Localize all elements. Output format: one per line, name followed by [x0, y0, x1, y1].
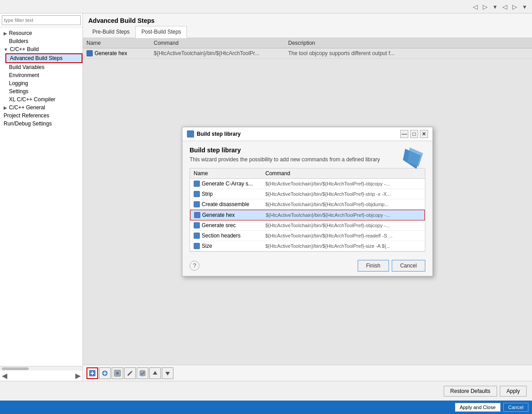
sidebar-tree: ▶ Resource Builders ▼ C/C++ Build Advanc…	[0, 27, 82, 366]
add-library-icon	[89, 370, 96, 377]
arrow-icon: ▼	[4, 47, 8, 52]
modal-table-row[interactable]: Generate hex ${HtcActiveToolchain}/bin/$…	[190, 210, 425, 220]
sidebar-item-cpp-general[interactable]: ▶ C/C++ General	[0, 104, 82, 112]
sidebar-nav-arrows: ◀ ▶	[0, 371, 82, 381]
modal-close-button[interactable]: ✕	[420, 130, 428, 138]
page-title: Advanced Build Steps	[88, 17, 527, 24]
tab-post-build-steps[interactable]: Post-Build Steps	[135, 26, 187, 38]
sidebar-item-advanced-build-steps[interactable]: Advanced Build Steps	[5, 53, 82, 63]
modal-maximize-button[interactable]: □	[410, 130, 418, 138]
sidebar-item-build-variables[interactable]: Build Variables	[5, 63, 82, 71]
sidebar-item-resource[interactable]: ▶ Resource	[0, 29, 82, 37]
sidebar-item-label: Environment	[9, 72, 39, 78]
footer: Restore Defaults Apply	[0, 381, 532, 401]
modal-table-row[interactable]: Section headers ${HtcActiveToolchain}/bi…	[190, 231, 425, 241]
sidebar-item-label: Settings	[9, 88, 28, 95]
cancel-button[interactable]: Cancel	[392, 260, 425, 272]
modal-help-button[interactable]: ?	[190, 261, 199, 271]
sidebar-item-label: Logging	[9, 80, 28, 86]
status-cancel-button[interactable]: Cancel	[503, 403, 528, 412]
modal-table-row[interactable]: Size ${HtcActiveToolchain}/bin/${HtcArch…	[190, 241, 425, 251]
add-custom-button[interactable]	[99, 367, 111, 379]
move-down-icon	[164, 370, 171, 377]
modal-table-row[interactable]: Generate C-Array s... ${HtcActiveToolcha…	[190, 179, 425, 189]
filter-input[interactable]	[2, 15, 81, 25]
modal-col-header-name: Name	[194, 170, 265, 177]
back-icon2[interactable]: ◁	[501, 3, 509, 11]
arrow-icon: ▶	[4, 105, 7, 110]
tabs-bar: Pre-Build Steps Post-Build Steps	[83, 26, 532, 38]
modal-overlay: Build step library — □ ✕ Build step libr…	[83, 38, 532, 365]
content-area: Advanced Build Steps Pre-Build Steps Pos…	[83, 13, 532, 381]
move-up-icon	[151, 370, 159, 377]
modal-table-row[interactable]: Create disassemble ${HtcActiveToolchain}…	[190, 199, 425, 210]
enable-button[interactable]	[137, 367, 148, 379]
sidebar-item-logging[interactable]: Logging	[5, 79, 82, 87]
sidebar-scrollbar[interactable]	[0, 366, 82, 371]
back-icon[interactable]: ◁	[471, 3, 479, 11]
sidebar-item-project-references[interactable]: Project References	[0, 112, 82, 120]
nav-left-icon[interactable]: ◀	[2, 371, 7, 380]
modal-titlebar-controls: — □ ✕	[400, 130, 428, 138]
toolbar-icons: ◁ ▷ ▾ ◁ ▷ ▾	[471, 3, 528, 11]
modal-title: Build step library	[190, 147, 394, 154]
svg-rect-4	[92, 371, 93, 375]
tab-pre-build-steps[interactable]: Pre-Build Steps	[87, 26, 135, 38]
arrow-icon: ▶	[4, 31, 7, 36]
modal-col-header-command: Command	[265, 170, 421, 177]
edit-icon	[114, 370, 121, 377]
apply-button[interactable]: Apply	[500, 386, 527, 397]
svg-rect-10	[140, 371, 145, 376]
move-down-button[interactable]	[162, 367, 173, 379]
row-icon	[194, 191, 200, 197]
pencil-icon	[126, 370, 134, 377]
modal-table-row[interactable]: Strip ${HtcActiveToolchain}/bin/${HtcArc…	[190, 189, 425, 199]
dropdown-icon[interactable]: ▾	[491, 3, 499, 11]
row-name-label: Size	[202, 243, 212, 249]
edit-button[interactable]	[112, 367, 123, 379]
row-command-label: ${HtcActiveToolchain}/bin/${HtcArchToolP…	[265, 223, 421, 228]
sidebar-group-builders: Builders	[0, 37, 82, 45]
modal-body: Build step library This wizard provides …	[182, 141, 433, 255]
sidebar-item-label: C/C++ General	[9, 104, 45, 111]
row-command-label: ${HtcActiveToolchain}/bin/${HtcArchToolP…	[265, 233, 421, 238]
edit-text-button[interactable]	[124, 367, 136, 379]
forward-icon2[interactable]: ▷	[510, 3, 519, 11]
modal-table-row[interactable]: Generate srec ${HtcActiveToolchain}/bin/…	[190, 220, 425, 231]
modal-header-section: Build step library This wizard provides …	[190, 147, 425, 163]
move-up-button[interactable]	[149, 367, 161, 379]
row-name-label: Generate srec	[202, 222, 236, 229]
row-name-label: Generate C-Array s...	[202, 181, 253, 187]
sidebar-item-builders[interactable]: Builders	[5, 37, 82, 45]
dropdown-icon2[interactable]: ▾	[520, 3, 528, 11]
sidebar-item-label: C/C++ Build	[10, 46, 39, 52]
nav-right-icon[interactable]: ▶	[75, 371, 81, 380]
apply-and-close-button[interactable]: Apply and Close	[455, 403, 501, 412]
bottom-toolbar	[83, 365, 532, 381]
sidebar-item-label: XL C/C++ Compiler	[9, 96, 56, 103]
sidebar-item-environment[interactable]: Environment	[5, 71, 82, 79]
sidebar-item-cppbuild[interactable]: ▼ C/C++ Build	[0, 45, 82, 53]
top-toolbar: ◁ ▷ ▾ ◁ ▷ ▾	[0, 0, 532, 13]
sidebar-item-run-debug[interactable]: Run/Debug Settings	[0, 120, 82, 128]
sidebar-item-label: Build Variables	[9, 64, 44, 70]
scrollbar-thumb	[2, 367, 29, 370]
finish-button[interactable]: Finish	[358, 260, 389, 272]
svg-rect-7	[104, 371, 105, 375]
modal-logo	[401, 147, 425, 172]
restore-defaults-button[interactable]: Restore Defaults	[444, 386, 497, 397]
main-layout: ▶ Resource Builders ▼ C/C++ Build Advanc…	[0, 13, 532, 381]
modal-title-label: Build step library	[197, 131, 241, 137]
row-command-label: ${HtcActiveToolchain}/bin/${HtcArchToolP…	[265, 243, 421, 249]
row-icon	[194, 243, 200, 249]
forward-icon[interactable]: ▷	[481, 3, 489, 11]
sidebar-item-xl-compiler[interactable]: XL C/C++ Compiler	[5, 95, 82, 104]
sidebar-item-settings[interactable]: Settings	[5, 87, 82, 95]
svg-marker-12	[165, 372, 170, 375]
page-title-bar: Advanced Build Steps	[83, 13, 532, 26]
enable-icon	[139, 370, 146, 377]
row-name-label: Create disassemble	[202, 201, 249, 207]
modal-dialog: Build step library — □ ✕ Build step libr…	[182, 127, 433, 276]
add-from-library-button[interactable]	[87, 367, 98, 379]
modal-minimize-button[interactable]: —	[400, 130, 408, 138]
